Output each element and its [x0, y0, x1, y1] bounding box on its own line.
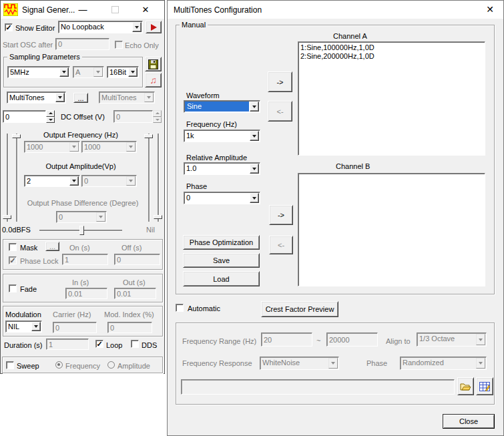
- browse-file-button[interactable]: [457, 377, 474, 395]
- phase-mode-label: Phase: [366, 359, 387, 367]
- loopback-value: No Loopback: [59, 21, 132, 33]
- phase-difference-value: 0: [57, 212, 95, 222]
- spin-up-icon[interactable]: [46, 110, 55, 117]
- align-to-select: 1/3 Octave: [417, 333, 487, 347]
- minimize-button[interactable]: —: [74, 1, 91, 18]
- start-osc-input[interactable]: [55, 38, 109, 50]
- play-button[interactable]: [146, 21, 162, 33]
- duration-input: [46, 339, 89, 350]
- amplitude-a-outer-slider-thumb[interactable]: [3, 215, 11, 219]
- sweep-frequency-label: Frequency: [65, 362, 100, 370]
- align-to-value: 1/3 Octave: [417, 333, 475, 346]
- chevron-down-icon[interactable]: [250, 101, 259, 112]
- sampling-bits-select[interactable]: 16Bit: [107, 66, 139, 78]
- phase-optimization-button[interactable]: Phase Optimization: [183, 235, 260, 250]
- sweep-checkbox[interactable]: [6, 361, 14, 369]
- frequency-range-to-input: [326, 333, 378, 347]
- chevron-down-icon: [96, 212, 105, 222]
- waveform-select[interactable]: Sine: [184, 100, 260, 113]
- waveform-value: Sine: [185, 101, 249, 112]
- chevron-down-icon: [69, 142, 79, 152]
- chevron-down-icon: [126, 142, 136, 152]
- frequency-a-select: 1000: [24, 141, 80, 153]
- chevron-down-icon[interactable]: [69, 176, 79, 186]
- modulation-select[interactable]: NIL: [5, 320, 42, 333]
- crest-factor-preview-button[interactable]: Crest Factor Preview: [261, 301, 338, 317]
- amplitude-a-inner-slider-track[interactable]: [16, 134, 17, 222]
- mask-on-label: On (s): [69, 244, 90, 252]
- amplitude-b-outer-slider-thumb[interactable]: [154, 215, 162, 219]
- frequency-b-select: 1000: [81, 141, 137, 153]
- fade-label: Fade: [20, 285, 37, 293]
- mask-checkbox[interactable]: [9, 243, 17, 251]
- signal-generator-window: Signal Gener... — ✕ ✓ Show Editor No Loo…: [0, 0, 165, 374]
- chevron-down-icon[interactable]: [132, 22, 142, 32]
- amplitude-b-inner-slider-thumb[interactable]: [144, 134, 153, 138]
- table-grid-icon: [479, 382, 490, 391]
- frequency-select[interactable]: 1k: [184, 130, 260, 142]
- chevron-down-icon[interactable]: [250, 193, 259, 203]
- frequency-value: 1k: [184, 130, 249, 142]
- sampling-channel-value: A: [73, 67, 93, 77]
- chevron-down-icon[interactable]: [59, 67, 69, 77]
- sampling-parameters-label: Sampling Parameters: [7, 53, 82, 61]
- waveform-a-select[interactable]: MultiTones: [7, 91, 66, 103]
- amplitude-a-select[interactable]: 2: [24, 175, 80, 187]
- load-button[interactable]: Load: [183, 271, 260, 286]
- save-signal-button[interactable]: [145, 57, 162, 71]
- channel-b-list[interactable]: [298, 173, 485, 286]
- sampling-channel-select: A: [73, 66, 104, 78]
- dds-checkbox[interactable]: [131, 340, 139, 348]
- automatic-checkbox[interactable]: [176, 304, 184, 312]
- phase-lock-label: Phase Lock: [20, 257, 58, 265]
- chevron-down-icon[interactable]: [55, 93, 65, 102]
- frequency-range-from-input: [261, 333, 312, 347]
- amplitude-b-outer-slider-track[interactable]: [158, 134, 159, 222]
- multitones-window: MultiTones Configuration ✕ Manual Channe…: [167, 0, 504, 436]
- show-editor-checkbox[interactable]: ✓: [5, 23, 13, 31]
- channel-a-label: Channel A: [333, 32, 367, 40]
- dds-label: DDS: [142, 341, 157, 349]
- list-item[interactable]: 2:Sine,200000Hz,1,0D: [300, 52, 483, 61]
- amplitude-b-inner-slider-track[interactable]: [148, 134, 150, 222]
- chevron-down-icon[interactable]: [128, 67, 138, 77]
- close-button[interactable]: ✕: [481, 1, 499, 18]
- dc-offset-a-stepper[interactable]: [46, 110, 55, 123]
- phase-select[interactable]: 0: [184, 192, 260, 204]
- spin-down-icon[interactable]: [46, 117, 55, 124]
- frequency-range-separator: ~: [316, 337, 320, 345]
- save-button[interactable]: Save: [183, 253, 260, 268]
- fade-in-input: [65, 288, 107, 299]
- chevron-down-icon: [144, 93, 154, 102]
- mod-index-label: Mod. Index (%): [104, 310, 154, 318]
- echo-only-checkbox[interactable]: [115, 41, 123, 49]
- add-to-channel-b-button[interactable]: ->: [269, 205, 293, 225]
- dc-offset-label: DC Offset (V): [61, 113, 105, 121]
- frequency-label: Frequency (Hz): [186, 120, 237, 128]
- phase-mode-select: Randomized: [400, 357, 487, 370]
- chevron-down-icon[interactable]: [250, 131, 259, 141]
- amplitude-a-outer-slider-track[interactable]: [7, 134, 8, 222]
- waveform-b-value: MultiTones: [99, 92, 144, 103]
- channel-a-list[interactable]: 1:Sine,100000Hz,1,0D 2:Sine,200000Hz,1,0…: [298, 41, 485, 156]
- chevron-down-icon[interactable]: [31, 322, 41, 331]
- amplitude-a-inner-slider-thumb[interactable]: [12, 134, 21, 138]
- close-dialog-button[interactable]: Close: [443, 414, 495, 429]
- fade-in-label: In (s): [72, 278, 89, 286]
- dc-offset-a-input[interactable]: [3, 110, 46, 123]
- stream-editor-button[interactable]: ♫: [145, 73, 162, 87]
- sampling-rate-select[interactable]: 5MHz: [7, 66, 70, 78]
- sweep-amplitude-radio: [107, 361, 115, 369]
- edit-table-button[interactable]: [476, 377, 493, 395]
- add-to-channel-a-button[interactable]: ->: [268, 71, 292, 92]
- loop-checkbox[interactable]: ✓: [95, 340, 103, 348]
- chevron-down-icon[interactable]: [250, 164, 259, 174]
- waveform-more-button[interactable]: ...: [73, 93, 88, 103]
- dbfs-slider-thumb[interactable]: [79, 226, 84, 235]
- relative-amplitude-select[interactable]: 1.0: [184, 162, 260, 175]
- fade-checkbox[interactable]: [9, 284, 17, 292]
- loopback-select[interactable]: No Loopback: [58, 21, 143, 33]
- radio-dot: [57, 363, 60, 366]
- close-button[interactable]: ✕: [137, 1, 154, 18]
- list-item[interactable]: 1:Sine,100000Hz,1,0D: [300, 43, 483, 52]
